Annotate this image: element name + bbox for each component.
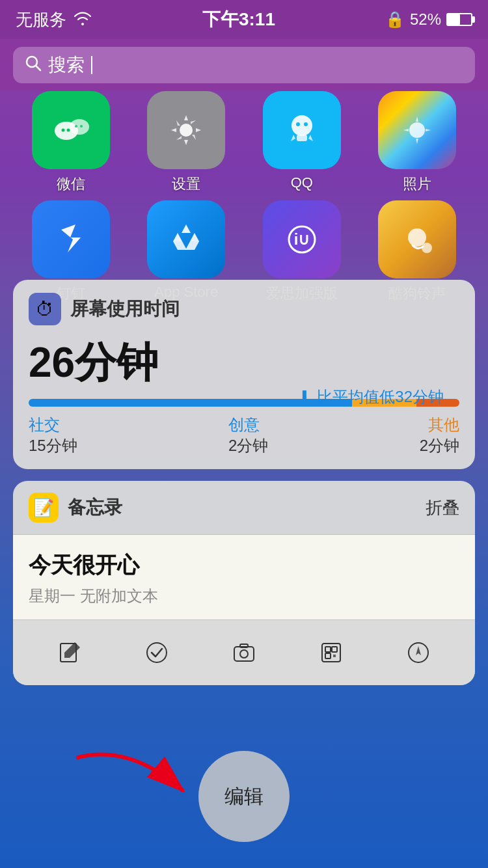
app-wechat[interactable]: 微信: [19, 91, 123, 194]
other-label: 其他: [428, 414, 459, 435]
search-icon: [25, 55, 42, 76]
settings-icon: [147, 91, 225, 169]
svg-point-3: [70, 119, 89, 135]
wechat-icon: [32, 91, 110, 169]
lock-icon: 🔒: [385, 10, 405, 29]
svg-point-11: [296, 122, 300, 126]
app-photos-label: 照片: [403, 174, 431, 194]
appstore-icon: [147, 200, 225, 278]
widget-area: ⏱ 屏幕使用时间 26分钟 ⬇ 比平均值低32分钟 社交 15分钟 创意 2分钟: [13, 280, 475, 697]
svg-point-16: [408, 228, 426, 247]
photos-icon: [378, 91, 456, 169]
search-bar[interactable]: 搜索: [0, 39, 488, 91]
comparison-text: 比平均值低32分钟: [317, 387, 444, 407]
notes-content[interactable]: 今天很开心 星期一 无附加文本: [13, 535, 475, 619]
svg-rect-23: [322, 644, 340, 662]
svg-point-8: [180, 124, 193, 137]
notes-icon: 📝: [29, 493, 59, 522]
ismart-icon: i∪: [263, 200, 341, 278]
screen-time-icon: ⏱: [29, 293, 61, 325]
dingtalk-icon: [32, 200, 110, 278]
svg-line-1: [36, 66, 40, 70]
notes-tool-navigation[interactable]: [399, 633, 438, 672]
status-left: 无服务: [16, 8, 92, 31]
category-social: 社交 15分钟: [29, 414, 77, 456]
app-qq-label: QQ: [291, 174, 313, 191]
screen-time-title: 屏幕使用时间: [70, 297, 180, 321]
social-time: 15分钟: [29, 435, 77, 456]
battery-percent: 52%: [410, 10, 441, 29]
time-display: 下午3:11: [202, 7, 275, 32]
svg-point-17: [422, 243, 432, 253]
category-other: 其他 2分钟: [420, 414, 459, 456]
notes-tool-camera[interactable]: [224, 633, 264, 672]
app-photos[interactable]: 照片: [365, 91, 469, 194]
svg-rect-10: [297, 135, 307, 141]
qq-icon: [263, 91, 341, 169]
creative-label: 创意: [228, 414, 268, 435]
svg-point-19: [147, 643, 167, 662]
svg-rect-20: [234, 647, 254, 661]
svg-point-4: [61, 129, 64, 132]
svg-rect-25: [332, 647, 337, 652]
svg-point-9: [291, 115, 312, 136]
screen-time-comparison: ⬇ 比平均值低32分钟: [297, 387, 444, 407]
notes-tool-check[interactable]: [137, 633, 176, 672]
notes-tool-scan[interactable]: [312, 633, 351, 672]
status-bar: 无服务 下午3:11 🔒 52%: [0, 0, 488, 39]
usage-categories: 社交 15分钟 创意 2分钟 其他 2分钟: [29, 414, 459, 456]
svg-point-13: [409, 122, 425, 138]
carrier-label: 无服务: [16, 8, 66, 31]
notes-entry-subtitle: 星期一 无附加文本: [29, 586, 459, 606]
other-time: 2分钟: [420, 435, 459, 456]
svg-point-21: [240, 650, 248, 658]
svg-point-5: [66, 129, 70, 132]
notes-header-left: 📝 备忘录: [29, 493, 122, 522]
svg-point-7: [80, 125, 83, 128]
text-cursor: [91, 56, 92, 74]
red-arrow: [52, 738, 221, 816]
social-label: 社交: [29, 414, 77, 435]
svg-point-12: [304, 122, 308, 126]
notes-title: 备忘录: [68, 495, 122, 520]
svg-text:i∪: i∪: [293, 230, 310, 248]
creative-time: 2分钟: [228, 435, 268, 456]
status-right: 🔒 52%: [385, 10, 472, 29]
wifi-icon: [73, 10, 92, 30]
notes-fold-button[interactable]: 折叠: [426, 496, 459, 519]
app-wechat-label: 微信: [57, 174, 85, 194]
notes-header: 📝 备忘录 折叠: [13, 481, 475, 535]
notes-widget[interactable]: 📝 备忘录 折叠 今天很开心 星期一 无附加文本: [13, 481, 475, 685]
screen-time-header: ⏱ 屏幕使用时间: [29, 293, 459, 325]
notes-tool-compose[interactable]: [50, 633, 89, 672]
svg-rect-26: [325, 653, 331, 658]
svg-rect-27: [333, 655, 336, 657]
svg-point-6: [75, 125, 77, 128]
search-input-wrapper[interactable]: 搜索: [13, 47, 475, 83]
kugou-icon: [378, 200, 456, 278]
battery-icon: [446, 13, 472, 26]
svg-rect-22: [240, 644, 248, 647]
app-settings[interactable]: 设置: [134, 91, 238, 194]
svg-rect-24: [325, 647, 331, 652]
notes-entry-title: 今天很开心: [29, 550, 459, 580]
screen-time-total: 26分钟: [29, 334, 459, 391]
notes-toolbar: [13, 619, 475, 685]
screen-time-widget[interactable]: ⏱ 屏幕使用时间 26分钟 ⬇ 比平均值低32分钟 社交 15分钟 创意 2分钟: [13, 280, 475, 469]
search-placeholder: 搜索: [48, 53, 85, 77]
app-qq[interactable]: QQ: [250, 91, 354, 194]
app-row-1: 微信 设置: [13, 91, 475, 194]
app-settings-label: 设置: [172, 174, 200, 194]
category-creative: 创意 2分钟: [228, 414, 268, 456]
